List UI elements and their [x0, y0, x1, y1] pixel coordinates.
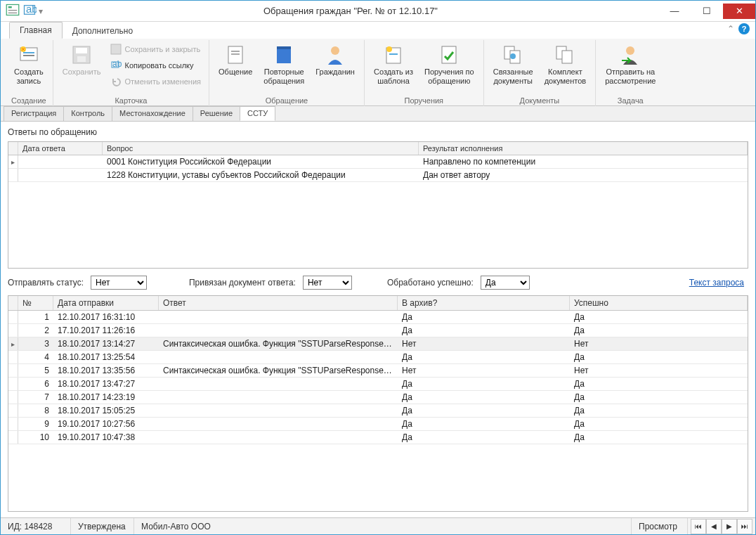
svg-rect-9	[23, 55, 34, 56]
collapse-ribbon-icon[interactable]: ⌃	[727, 24, 734, 34]
citizen-button[interactable]: Гражданин	[311, 40, 360, 80]
nav-first-button[interactable]: ⏮	[691, 519, 706, 534]
svg-rect-17	[231, 51, 240, 52]
new-record-icon	[18, 44, 40, 66]
ribbon-group-request: Общение Повторные обращения Гражданин Об…	[209, 40, 365, 106]
window-controls: — ☐ ✕	[658, 4, 755, 19]
table-row[interactable]: 217.10.2017 11:26:16ДаДа	[8, 324, 748, 337]
table-row[interactable]: 919.10.2017 10:27:56ДаДа	[8, 418, 748, 431]
svg-rect-30	[562, 51, 572, 63]
answers-grid[interactable]: Дата ответа Вопрос Результат исполнения …	[8, 141, 748, 269]
log-header-answer[interactable]: Ответ	[159, 296, 398, 310]
quick-access-toolbar: abc ▾	[5, 4, 43, 19]
nav-next-button[interactable]: ▶	[722, 519, 737, 534]
svg-point-23	[386, 46, 392, 52]
form-icon	[6, 3, 20, 19]
svg-rect-13	[111, 44, 121, 54]
help-icon[interactable]: ?	[738, 23, 750, 34]
table-row[interactable]: 112.10.2017 16:31:10ДаДа	[8, 311, 748, 324]
table-row[interactable]: 518.10.2017 13:35:56Синтаксическая ошибк…	[8, 364, 748, 378]
content-area: Ответы по обращению Дата ответа Вопрос Р…	[1, 122, 755, 517]
doc-bound-label: Привязан документ ответа:	[189, 278, 296, 288]
ribbon-group-card: Сохранить Сохранить и закрыть abcКопиров…	[53, 40, 209, 106]
send-person-icon	[619, 44, 641, 66]
table-row[interactable]: 618.10.2017 13:47:27ДаДа	[8, 378, 748, 391]
table-row[interactable]: 818.10.2017 15:05:25ДаДа	[8, 404, 748, 418]
qat-icon-1[interactable]	[5, 4, 20, 19]
table-row[interactable]: 1228 Конституции, уставы субъектов Росси…	[8, 169, 748, 182]
general-button[interactable]: Общение	[214, 40, 257, 80]
answers-header-date[interactable]: Дата ответа	[18, 142, 103, 155]
processed-label: Обработано успешно:	[387, 278, 474, 288]
svg-point-28	[510, 53, 516, 59]
log-grid[interactable]: № Дата отправки Ответ В архив? Успешно 1…	[8, 295, 748, 512]
nav-prev-button[interactable]: ◀	[706, 519, 722, 534]
svg-rect-11	[76, 48, 87, 53]
nav-last-button[interactable]: ⏭	[737, 519, 752, 534]
book-icon	[273, 44, 295, 66]
log-header-archive[interactable]: В архив?	[398, 296, 570, 310]
svg-point-31	[626, 46, 634, 55]
copy-link-icon: abc	[110, 60, 122, 71]
svg-rect-20	[277, 46, 291, 49]
ribbon-group-orders: Создать из шаблона Поручения по обращени…	[365, 40, 484, 106]
save-close-icon	[110, 44, 122, 55]
send-status-combo[interactable]: Нет	[91, 276, 147, 290]
send-review-button[interactable]: Отправить на рассмотрение	[600, 40, 660, 89]
query-text-link[interactable]: Текст запроса	[689, 278, 744, 288]
close-button[interactable]: ✕	[723, 4, 755, 19]
save-close-button[interactable]: Сохранить и закрыть	[107, 41, 204, 57]
save-button[interactable]: Сохранить	[58, 40, 106, 80]
text-icon: abc	[22, 3, 37, 19]
ribbon-tab-main[interactable]: Главная	[9, 22, 63, 39]
answers-header-result[interactable]: Результат исполнения	[419, 142, 748, 155]
copy-link-button[interactable]: abcКопировать ссылку	[107, 58, 204, 73]
ribbon-group-task: Отправить на рассмотрение Задача	[596, 40, 665, 106]
processed-combo[interactable]: Да	[481, 276, 530, 290]
table-row[interactable]: 718.10.2017 14:23:19ДаДа	[8, 391, 748, 404]
svg-rect-8	[23, 52, 34, 53]
linked-docs-button[interactable]: Связанные документы	[488, 40, 538, 89]
status-mode: Просмотр	[632, 518, 688, 534]
log-header-sent[interactable]: Дата отправки	[53, 296, 159, 310]
table-row[interactable]: 418.10.2017 13:25:54ДаДа	[8, 351, 748, 364]
template-icon	[382, 44, 405, 66]
qat-icon-2[interactable]: abc	[22, 4, 37, 19]
doc-bound-combo[interactable]: Нет	[303, 276, 352, 290]
tab-decision[interactable]: Решение	[193, 106, 240, 121]
tab-registration[interactable]: Регистрация	[4, 106, 64, 121]
ribbon: Создать запись Создание Сохранить Сохран…	[1, 39, 755, 106]
tab-sstu[interactable]: ССТУ	[240, 106, 275, 121]
maximize-button[interactable]: ☐	[691, 4, 723, 19]
ribbon-group-docs: Связанные документы Комплект документов …	[484, 40, 596, 106]
doc-set-icon	[554, 44, 576, 66]
table-row[interactable]: ▸0001 Конституция Российской ФедерацииНа…	[8, 155, 748, 169]
create-record-button[interactable]: Создать запись	[9, 40, 48, 89]
orders-by-request-button[interactable]: Поручения по обращению	[419, 40, 479, 89]
titlebar: abc ▾ Обращения граждан "Рег. № от 12.10…	[1, 1, 755, 22]
linked-docs-icon	[502, 44, 524, 66]
doc-set-button[interactable]: Комплект документов	[540, 40, 591, 89]
undo-icon	[110, 76, 122, 87]
window-title: Обращения граждан "Рег. № от 12.10.17"	[43, 6, 658, 16]
tab-location[interactable]: Местонахождение	[112, 106, 193, 121]
status-state: Утверждена	[71, 518, 134, 534]
answers-header-question[interactable]: Вопрос	[103, 142, 419, 155]
undo-changes-button[interactable]: Отменить изменения	[107, 74, 204, 89]
ribbon-tabstrip: Главная Дополнительно ⌃ ?	[1, 22, 755, 39]
svg-rect-18	[231, 53, 240, 55]
tab-control[interactable]: Контроль	[63, 106, 112, 121]
svg-rect-3	[8, 13, 18, 13]
table-row[interactable]: ▸318.10.2017 13:14:27Синтаксическая ошиб…	[8, 337, 748, 351]
log-header-num[interactable]: №	[18, 296, 53, 310]
repeat-requests-button[interactable]: Повторные обращения	[259, 40, 309, 89]
minimize-button[interactable]: —	[658, 4, 691, 19]
table-row[interactable]: 1019.10.2017 10:47:38ДаДа	[8, 431, 748, 444]
ribbon-tab-extra[interactable]: Дополнительно	[63, 23, 143, 39]
svg-rect-24	[389, 53, 398, 55]
svg-rect-2	[8, 10, 18, 11]
svg-rect-1	[8, 6, 12, 8]
status-org: Мобил-Авто ООО	[134, 518, 632, 534]
create-from-template-button[interactable]: Создать из шаблона	[369, 40, 418, 89]
log-header-success[interactable]: Успешно	[570, 296, 748, 310]
